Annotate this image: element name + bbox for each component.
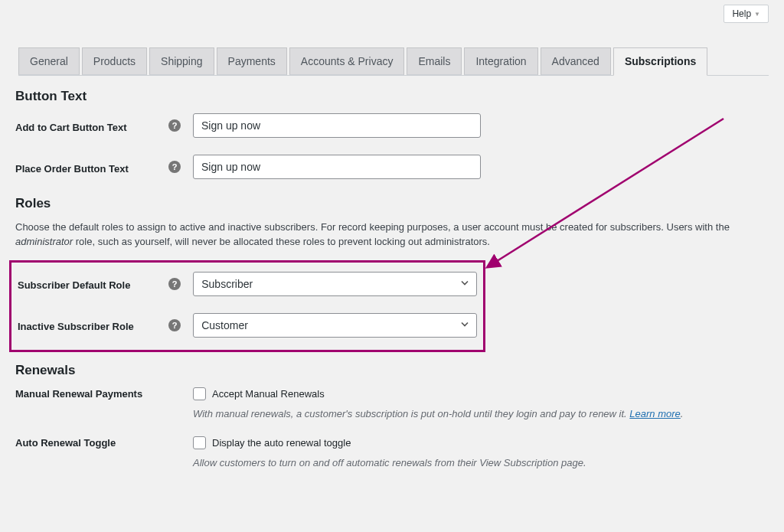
auto-renewal-checkbox[interactable] [193,436,206,449]
row-add-to-cart: Add to Cart Button Text ? [15,113,769,138]
roles-description: Choose the default roles to assign to ac… [15,220,735,250]
tab-emails[interactable]: Emails [407,47,462,75]
help-button[interactable]: Help ▼ [724,5,769,23]
auto-renewal-label: Auto Renewal Toggle [15,436,168,449]
place-order-label: Place Order Button Text [15,160,168,175]
settings-tabs: General Products Shipping Payments Accou… [18,47,769,76]
tab-integration[interactable]: Integration [464,47,537,75]
subscriber-default-label: Subscriber Default Role [18,276,168,291]
inactive-subscriber-label: Inactive Subscriber Role [18,318,168,332]
tab-subscriptions[interactable]: Subscriptions [613,47,707,76]
tab-products[interactable]: Products [82,47,147,75]
section-heading-roles: Roles [15,196,769,211]
inactive-subscriber-select[interactable] [193,313,477,338]
inactive-subscriber-value[interactable] [193,313,477,338]
tab-shipping[interactable]: Shipping [149,47,214,75]
help-tooltip-icon[interactable]: ? [168,278,181,290]
row-place-order: Place Order Button Text ? [15,155,769,179]
section-heading-button-text: Button Text [15,89,769,104]
add-to-cart-label: Add to Cart Button Text [15,119,168,133]
row-inactive-subscriber: Inactive Subscriber Role ? [18,313,477,338]
help-tooltip-icon[interactable]: ? [168,319,181,331]
subscriber-default-select[interactable] [193,272,477,296]
manual-renewal-description: With manual renewals, a customer's subsc… [193,408,683,419]
roles-highlight-box: Subscriber Default Role ? Inactive Subsc… [9,260,485,352]
tab-advanced[interactable]: Advanced [541,47,611,75]
manual-renewal-checkbox-wrap[interactable]: Accept Manual Renewals [193,387,683,400]
manual-renewal-label: Manual Renewal Payments [15,387,168,400]
add-to-cart-input[interactable] [193,113,481,138]
manual-renewal-checkbox[interactable] [193,387,206,400]
manual-renewal-check-label: Accept Manual Renewals [212,388,325,400]
tab-general[interactable]: General [18,47,80,75]
subscriber-default-value[interactable] [193,272,477,296]
auto-renewal-check-label: Display the auto renewal toggle [212,437,351,449]
help-tooltip-icon[interactable]: ? [168,161,181,173]
tab-accounts-privacy[interactable]: Accounts & Privacy [289,47,405,75]
chevron-down-icon: ▼ [754,11,760,18]
settings-content: Button Text Add to Cart Button Text ? Pl… [15,83,769,485]
help-button-label: Help [732,8,751,19]
tab-payments[interactable]: Payments [217,47,287,75]
place-order-input[interactable] [193,155,481,179]
help-tooltip-icon[interactable]: ? [168,119,181,132]
row-auto-renewal-toggle: Auto Renewal Toggle Display the auto ren… [15,436,769,468]
learn-more-link[interactable]: Learn more [629,408,680,419]
row-manual-renewal: Manual Renewal Payments Accept Manual Re… [15,387,769,419]
section-heading-renewals: Renewals [15,363,769,378]
auto-renewal-checkbox-wrap[interactable]: Display the auto renewal toggle [193,436,586,449]
auto-renewal-description: Allow customers to turn on and off autom… [193,457,586,468]
row-subscriber-default: Subscriber Default Role ? [18,272,477,296]
